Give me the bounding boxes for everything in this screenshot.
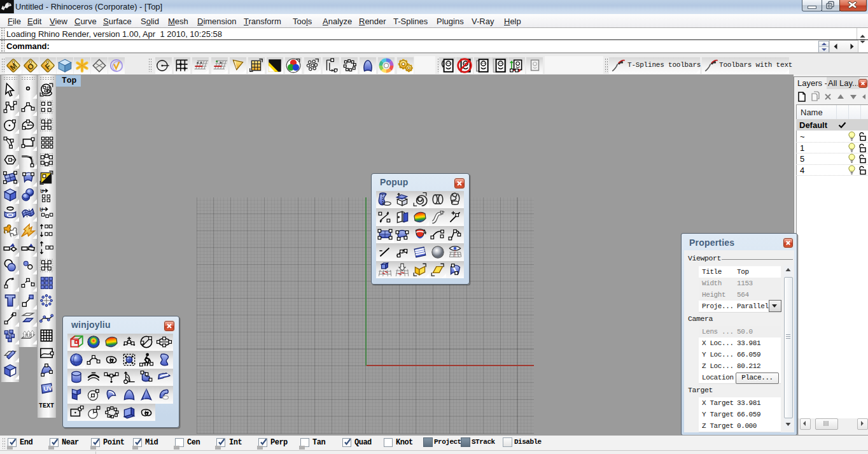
svg-text:U: U — [39, 207, 43, 213]
svg-text:UV: UV — [43, 385, 53, 392]
svg-text:U: U — [40, 188, 43, 195]
